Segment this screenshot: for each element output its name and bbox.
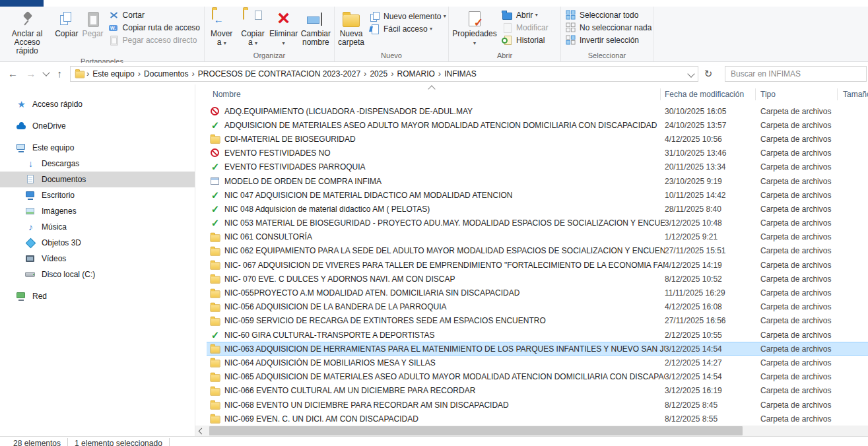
column-separator[interactable] <box>837 88 838 100</box>
address-bar-row: ← → ↑ ›Este equipo›Documentos›PROCESOS D… <box>0 63 868 84</box>
file-row[interactable]: EVENTO FESTIVIDADES PARROQUIA20/11/2025 … <box>207 160 868 174</box>
modify-button[interactable]: Modificar <box>499 21 551 34</box>
up-button[interactable]: ↑ <box>57 69 62 79</box>
rename-button[interactable]: Cambiar nombre <box>299 7 333 48</box>
address-bar[interactable]: ›Este equipo›Documentos›PROCESOS DE CONT… <box>70 66 698 82</box>
sidebar-item-pictures[interactable]: Imágenes <box>0 203 195 219</box>
scroll-left-button[interactable] <box>195 426 207 436</box>
file-row[interactable]: NIC-063 ADQUISICION DE HERRAMIENTAS PARA… <box>207 342 868 356</box>
documents-icon <box>25 174 36 185</box>
breadcrumb-item[interactable]: 2025 <box>366 69 391 79</box>
breadcrumb-item[interactable]: Este equipo <box>89 69 137 79</box>
breadcrumb-item[interactable]: PROCESOS DE CONTRATACION 2023-2027 <box>195 69 364 79</box>
network-icon <box>16 291 27 302</box>
easy-access-button[interactable]: Fácil acceso ▾ <box>366 22 449 35</box>
column-header-name[interactable]: Nombre <box>213 90 241 99</box>
sidebar-item-videos[interactable]: Vídeos <box>0 251 195 267</box>
file-row[interactable]: NIC 053 MATERIAL DE BIOSEGURIDAD - PROYE… <box>207 216 868 230</box>
file-row[interactable]: NIC- 070 EVE. C DULCES Y ADORNOS NAVI. A… <box>207 272 868 286</box>
horizontal-scrollbar-thumb[interactable] <box>209 426 743 435</box>
sidebar-item-objects-3d[interactable]: Objetos 3D <box>0 235 195 251</box>
file-row[interactable]: NIC-60 GIRA CULTURAL-TRANSPORTE A DEPORT… <box>207 328 868 342</box>
copy-to-button[interactable]: Copiar a ▾ <box>237 7 268 49</box>
file-name: NIC-069 EVEN. C. UN DICI. AM CON DISCAPA… <box>224 414 665 424</box>
videos-icon <box>25 253 36 264</box>
file-row[interactable]: ADQUISICION DE MATERIALES ASEO ADULTO MA… <box>207 118 868 132</box>
open-button[interactable]: Abrir ▾ <box>499 9 551 21</box>
file-type: Carpeta de archivos <box>760 331 846 340</box>
file-date-modified: 3/12/2025 14:54 <box>665 344 760 354</box>
pin-to-quick-access-button[interactable]: Anclar al Acceso rápido <box>1 7 53 57</box>
file-row[interactable]: NIC-059 SERVICIO DE RECARGA DE EXTINTORE… <box>207 314 868 328</box>
sidebar-item-downloads[interactable]: Descargas <box>0 156 195 172</box>
folder-icon <box>210 232 220 242</box>
chevron-down-icon: ▾ <box>473 40 476 46</box>
file-row[interactable]: NIC-069 EVEN. C. UN DICI. AM CON DISCAPA… <box>207 412 868 426</box>
file-row[interactable]: NIC 048 Adquisicion de material didactic… <box>207 202 868 216</box>
file-row[interactable]: NIC-064 ADQUISICIÓN DE MOBILIARIOS MESA … <box>207 356 868 369</box>
horizontal-scrollbar[interactable] <box>195 426 868 436</box>
new-item-button[interactable]: Nuevo elemento ▾ <box>366 10 449 22</box>
recent-locations-chevron-icon[interactable] <box>43 69 50 76</box>
file-date-modified: 3/12/2025 16:19 <box>665 386 760 395</box>
paste-shortcut-button[interactable]: Pegar acceso directo <box>106 34 203 46</box>
column-header-size[interactable]: Tamaño <box>843 90 868 99</box>
properties-button[interactable]: Propiedades ▾ <box>450 7 499 49</box>
search-input[interactable] <box>725 67 866 81</box>
file-row[interactable]: MODELO DE ORDEN DE COMPRA INFIMA23/10/20… <box>207 174 868 188</box>
select-none-button[interactable]: No seleccionar nada <box>562 21 654 34</box>
sidebar-item-quick-access[interactable]: Acceso rápido <box>0 96 195 112</box>
file-row[interactable]: NIC 047 ADQUISICION DE MATERIAL DIDACTIC… <box>207 188 868 202</box>
file-name: NIC-059 SERVICIO DE RECARGA DE EXTINTORE… <box>224 316 665 325</box>
file-date-modified: 23/10/2025 9:19 <box>665 177 760 186</box>
sidebar-item-network[interactable]: Red <box>0 288 195 304</box>
file-row[interactable]: EVENTO FESTIVIDADES NO31/10/2025 13:46Ca… <box>207 146 868 160</box>
new-folder-button[interactable]: Nueva carpeta <box>336 7 366 48</box>
delete-button[interactable]: Eliminar ▾ <box>269 7 299 49</box>
sort-ascending-icon <box>428 85 435 92</box>
breadcrumb-item[interactable]: INFIMAS <box>441 69 480 79</box>
sidebar-item-music[interactable]: Música <box>0 219 195 235</box>
column-separator[interactable] <box>755 88 756 100</box>
invert-selection-button[interactable]: Invertir selección <box>562 34 654 46</box>
file-row[interactable]: NIC-056 ADQUISICION DE LA BANDERA DE LA … <box>207 300 868 314</box>
file-row[interactable]: NIC-066 EVENTO CULTURAL AM UN DICIEMBRE … <box>207 384 868 398</box>
file-type: Carpeta de archivos <box>760 358 846 367</box>
file-date-modified: 4/12/2025 10:56 <box>665 135 760 144</box>
history-button[interactable]: Historial <box>499 34 551 46</box>
file-menu-tab[interactable] <box>0 0 44 7</box>
sidebar-item-onedrive[interactable]: OneDrive <box>0 118 195 134</box>
file-row[interactable]: NIC-065 ADQUISICION DE MATERIALES ASEO A… <box>207 370 868 384</box>
refresh-button[interactable]: ↻ <box>698 66 718 82</box>
sidebar-item-local-disk-c[interactable]: Disco local (C:) <box>0 267 195 282</box>
file-row[interactable]: NIC- 067 ADQUISICION DE VIVERES PARA TAL… <box>207 258 868 272</box>
paste-button[interactable]: Pegar <box>81 7 106 40</box>
file-row[interactable]: NIC-068 EVENTO UN DICIEMBRE PARA RECORDA… <box>207 398 868 412</box>
file-row[interactable]: CDI-MATERIAL DE BIOSEGURIDAD4/12/2025 10… <box>207 132 868 146</box>
file-type: Carpeta de archivos <box>760 148 846 158</box>
move-to-button[interactable]: ← Mover a ▾ <box>206 7 237 49</box>
file-name: NIC 048 Adquisicion de material didactic… <box>224 205 665 214</box>
sidebar-item-this-pc[interactable]: Este equipo <box>0 140 195 156</box>
breadcrumb-item[interactable]: ROMARIO <box>393 69 438 79</box>
copy-path-button[interactable]: Copiar ruta de acceso <box>106 21 203 34</box>
sidebar-item-desktop[interactable]: Escritorio <box>0 187 195 203</box>
sidebar-item-documents[interactable]: Documentos <box>0 172 195 187</box>
file-row[interactable]: ADQ.EQUIPAMIENTO (LICUADORA -DISPENSADOR… <box>207 104 868 118</box>
file-name: NIC-063 ADQUISICION DE HERRAMIENTAS PARA… <box>224 344 665 354</box>
file-row[interactable]: NIC 061 CONSULTORÍA1/12/2025 9:21Carpeta… <box>207 230 868 244</box>
copy-button[interactable]: Copiar <box>53 7 80 40</box>
column-separator[interactable] <box>660 88 661 100</box>
address-dropdown-chevron-icon[interactable] <box>687 70 694 77</box>
forward-button[interactable]: → <box>26 69 36 79</box>
file-name: NIC-056 ADQUISICION DE LA BANDERA DE LA … <box>224 302 665 311</box>
select-all-label: Seleccionar todo <box>580 11 638 20</box>
breadcrumb-item[interactable]: Documentos <box>141 69 191 79</box>
back-button[interactable]: ← <box>8 69 18 79</box>
file-row[interactable]: NIC 062 EQUIPAMIENTO PARA LA SEDE DEL AD… <box>207 244 868 258</box>
select-all-button[interactable]: Seleccionar todo <box>562 9 654 21</box>
column-header-type[interactable]: Tipo <box>760 90 776 99</box>
cut-button[interactable]: Cortar <box>106 9 203 21</box>
file-row[interactable]: NIC-055PROYECTO A.M MODALIDAD ATEN. DOMI… <box>207 286 868 300</box>
column-header-date-modified[interactable]: Fecha de modificación <box>665 90 744 99</box>
